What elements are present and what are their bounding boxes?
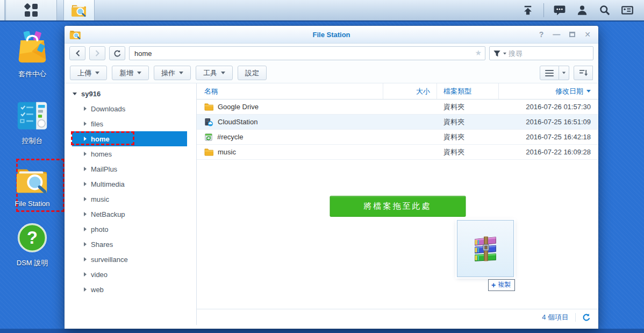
chevron-down-icon [562,72,566,74]
column-header-name[interactable]: 名稱 [197,83,383,99]
chevron-collapsed-icon [84,287,87,292]
sort-button-wrap [574,66,593,80]
pilot-view-button[interactable] [519,2,537,18]
main-menu-icon [25,4,38,17]
tree-item-label: Shares [91,240,113,249]
column-header-modified[interactable]: 修改日期 [499,83,598,99]
action-button[interactable]: 操作 [154,66,191,80]
control-panel-icon [17,100,48,131]
tree-item-label: surveillance [91,256,128,264]
tree-item-label: MailPlus [91,165,117,173]
tree-item-netbackup[interactable]: NetBackup [65,207,196,222]
folder-icon [204,103,213,111]
help-button[interactable]: ? [539,31,544,38]
tree-item-video[interactable]: video [65,267,196,282]
window-titlebar[interactable]: File Station ? — ✕ [65,26,598,44]
maximize-button[interactable] [569,32,575,37]
table-row[interactable]: music 資料夾 2016-07-22 16:09:28 [197,145,598,160]
file-type: 資料夾 [437,147,499,157]
file-list-panel: 名稱 大小 檔案類型 修改日期 Google Drive 資 [197,83,598,325]
chevron-collapsed-icon [84,212,87,216]
close-button[interactable]: ✕ [584,31,591,38]
file-name: #recycle [217,133,243,141]
sort-icon [579,69,588,77]
table-row[interactable]: #recycle 資料夾 2016-07-25 16:42:18 [197,130,598,145]
copy-drag-badge: + 複製 [488,279,515,291]
table-row[interactable]: Google Drive 資料夾 2016-07-26 01:57:30 [197,100,598,115]
taskbar-separator [543,3,544,17]
taskbar-edge-button[interactable] [0,0,5,20]
forward-button[interactable] [89,46,105,60]
desktop-icon-control-panel[interactable]: 控制台 [0,100,65,146]
minimize-button[interactable]: — [553,31,560,38]
desktop-icon-label: DSM 說明 [0,258,65,268]
create-button[interactable]: 新增 [112,66,149,80]
settings-button[interactable]: 設定 [238,66,267,80]
tree-item-downloads[interactable]: Downloads [65,101,196,116]
address-input[interactable] [129,46,485,60]
search-box[interactable] [489,46,593,60]
item-count: 4 個項目 [542,313,569,322]
notifications-button[interactable] [550,2,569,18]
tree-item-web[interactable]: web [65,282,196,297]
list-view-icon [545,68,554,78]
user-icon [577,5,588,16]
drop-files-here-zone[interactable]: 將檔案拖至此處 [330,196,466,217]
copy-badge-label: 複製 [498,280,511,289]
search-input[interactable] [509,49,590,58]
desktop-icon-package-center[interactable]: 套件中心 [0,31,65,79]
package-center-icon [16,31,48,65]
chevron-down-icon [137,72,141,74]
desktop-icon-dsm-help[interactable]: ? DSM 說明 [0,222,65,268]
list-view-button[interactable] [540,66,559,80]
forward-icon [95,50,100,56]
view-mode-dropdown-button[interactable] [559,66,569,80]
chevron-collapsed-icon [84,182,87,186]
tree-item-home[interactable]: home [72,131,187,146]
desktop-icon-label: 控制台 [0,136,65,146]
file-type: 資料夾 [437,132,499,142]
tree-item-surveillance[interactable]: surveillance [65,252,196,267]
widgets-icon [621,5,633,16]
winrar-archive-icon [469,232,502,265]
window-body: sy916 Downloads files home homes Mai [65,83,598,329]
table-row[interactable]: CloudStation 資料夾 2016-07-25 16:51:09 [197,115,598,130]
sort-button[interactable] [574,66,593,80]
help-question-icon: ? [17,222,48,253]
upload-button[interactable]: 上傳 [70,66,107,80]
file-station-icon [16,165,49,195]
back-button[interactable] [69,46,85,60]
tree-item-multimedia[interactable]: Multimedia [65,176,196,192]
plus-icon: + [491,281,496,289]
tree-item-homes[interactable]: homes [65,146,196,161]
file-modified: 2016-07-26 01:57:30 [499,103,598,111]
tree-item-sy916[interactable]: sy916 [65,86,196,101]
chevron-collapsed-icon [84,167,87,171]
tree-item-files[interactable]: files [65,116,196,131]
user-options-button[interactable] [573,2,591,18]
tree-item-photo[interactable]: photo [65,222,196,237]
file-modified: 2016-07-22 16:09:28 [499,148,598,156]
tree-item-label: Downloads [91,105,125,113]
tools-button[interactable]: 工具 [196,66,233,80]
main-menu-button[interactable] [5,0,57,20]
search-button[interactable] [596,2,614,18]
tree-item-shares[interactable]: Shares [65,237,196,252]
status-separator [575,313,576,322]
cloud-folder-icon [204,118,213,126]
star-icon[interactable]: ★ [475,48,482,57]
drag-ghost[interactable] [457,220,514,277]
taskbar-file-station-button[interactable] [63,0,95,20]
column-header-size[interactable]: 大小 [383,83,437,99]
desktop-icon-file-station[interactable]: File Station [0,165,65,208]
tree-item-label: Multimedia [91,180,125,188]
tree-item-mailplus[interactable]: MailPlus [65,161,196,176]
column-header-type[interactable]: 檔案類型 [437,83,499,99]
refresh-list-button[interactable] [582,313,591,322]
tree-item-music[interactable]: music [65,192,196,207]
widgets-button[interactable] [618,2,636,18]
file-name: Google Drive [218,103,259,111]
status-bar: 4 個項目 [197,309,598,325]
tree-item-label: web [91,286,104,294]
refresh-button[interactable] [109,46,125,60]
